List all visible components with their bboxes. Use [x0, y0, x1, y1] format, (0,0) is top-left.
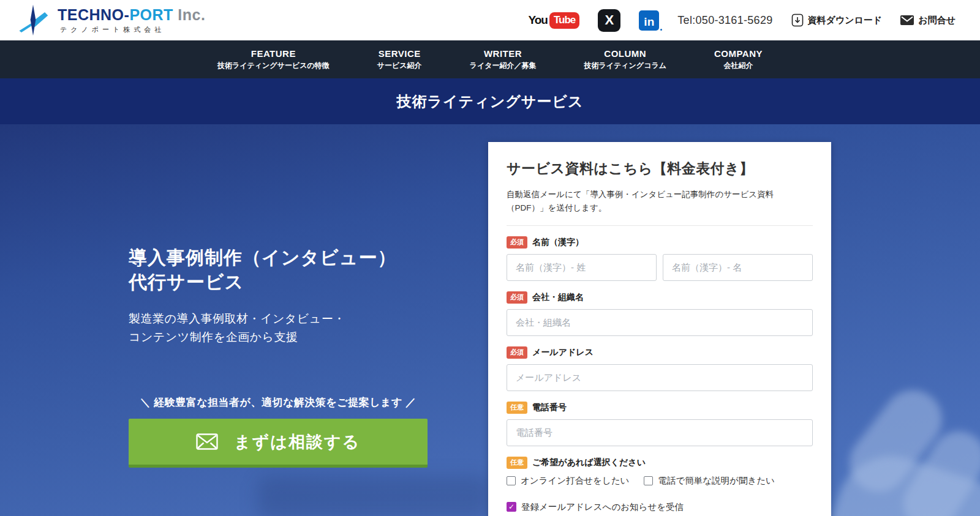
optional-badge: 任意: [507, 457, 527, 469]
required-badge: 必須: [507, 346, 527, 359]
field-company-label: 会社・組織名: [532, 292, 584, 303]
logo-icon: [17, 3, 49, 37]
field-name-label: 名前（漢字）: [532, 237, 584, 248]
page-title-banner: 技術ライティングサービス: [0, 78, 980, 124]
field-wishes-label: ご希望があれば選択ください: [532, 457, 646, 468]
mail-icon: [196, 433, 218, 450]
company-name-japanese: テクノポート株式会社: [58, 25, 205, 34]
company-input[interactable]: [507, 309, 813, 336]
hero-title: 導入事例制作（インタビュー） 代行サービス: [129, 245, 435, 294]
phone-input[interactable]: [507, 419, 813, 446]
form-description: 自動返信メールにて「導入事例・インタビュー記事制作のサービス資料（PDF）」を送…: [507, 188, 813, 215]
page-title: 技術ライティングサービス: [396, 92, 583, 111]
download-form-card: サービス資料はこちら【料金表付き】 自動返信メールにて「導入事例・インタビュー記…: [488, 142, 831, 516]
phone-number[interactable]: Tel:050-3161-5629: [677, 14, 772, 27]
consult-button[interactable]: まずは相談する: [129, 419, 428, 468]
hero-section: 導入事例制作（インタビュー） 代行サービス 製造業の導入事例取材・インタビュー・…: [0, 124, 980, 516]
field-wishes: 任意 ご希望があれば選択ください オンライン打合せをしたい 電話で簡単な説明が聞…: [507, 457, 813, 487]
required-badge: 必須: [507, 291, 527, 304]
nav-item-feature[interactable]: FEATURE 技術ライティングサービスの特徴: [217, 48, 330, 71]
newsletter-checkbox[interactable]: ✓ 登録メールアドレスへのお知らせを受信: [507, 501, 813, 513]
x-twitter-icon[interactable]: X: [598, 9, 620, 32]
nav-item-writer[interactable]: WRITER ライター紹介／募集: [470, 48, 537, 71]
consult-button-label: まずは相談する: [234, 431, 360, 453]
checkbox-unchecked[interactable]: [507, 476, 516, 485]
required-badge: 必須: [507, 236, 527, 249]
hero-copy: 導入事例制作（インタビュー） 代行サービス 製造業の導入事例取材・インタビュー・…: [129, 245, 435, 468]
field-phone-label: 電話番号: [532, 402, 567, 413]
field-phone: 任意 電話番号: [507, 402, 813, 446]
main-nav: FEATURE 技術ライティングサービスの特徴 SERVICE サービス紹介 W…: [0, 40, 980, 78]
phone-explanation-checkbox[interactable]: 電話で簡単な説明が聞きたい: [644, 475, 775, 487]
checkbox-checked[interactable]: ✓: [507, 502, 516, 512]
youtube-icon[interactable]: You Tube: [528, 12, 579, 29]
field-company: 必須 会社・組織名: [507, 291, 813, 336]
nav-item-company[interactable]: COMPANY 会社紹介: [714, 48, 763, 71]
logo-text: TECHNO-PORT Inc. テクノポート株式会社: [58, 6, 205, 34]
field-email-label: メールアドレス: [532, 347, 594, 358]
logo[interactable]: TECHNO-PORT Inc. テクノポート株式会社: [17, 3, 205, 37]
optional-badge: 任意: [507, 402, 527, 414]
nav-item-column[interactable]: COLUMN 技術ライティングコラム: [584, 48, 666, 71]
nav-item-service[interactable]: SERVICE サービス紹介: [377, 48, 422, 71]
download-button[interactable]: 資料ダウンロード: [791, 13, 883, 27]
divider: [507, 225, 813, 226]
mail-icon: [900, 15, 914, 25]
checkbox-unchecked[interactable]: [644, 476, 653, 485]
field-name: 必須 名前（漢字）: [507, 236, 813, 281]
cta-caption: ＼ 経験豊富な担当者が、適切な解決策をご提案します ／: [129, 395, 428, 409]
field-email: 必須 メールアドレス: [507, 346, 813, 391]
last-name-input[interactable]: [507, 254, 657, 281]
site-header: TECHNO-PORT Inc. テクノポート株式会社 You Tube X i…: [0, 0, 980, 40]
form-title: サービス資料はこちら【料金表付き】: [507, 159, 813, 178]
background-photo-shadow: [257, 476, 490, 516]
download-icon: [791, 13, 804, 27]
hero-subtitle: 製造業の導入事例取材・インタビュー・ コンテンツ制作を企画から支援: [129, 310, 435, 346]
linkedin-icon[interactable]: in: [639, 10, 659, 31]
contact-button[interactable]: お問合せ: [900, 15, 956, 26]
online-meeting-checkbox[interactable]: オンライン打合せをしたい: [507, 475, 629, 487]
company-name: TECHNO-PORT Inc.: [58, 6, 205, 23]
first-name-input[interactable]: [663, 254, 813, 281]
email-input[interactable]: [507, 364, 813, 391]
header-actions: You Tube X in Tel:050-3161-5629 資料ダウンロード: [528, 9, 956, 32]
